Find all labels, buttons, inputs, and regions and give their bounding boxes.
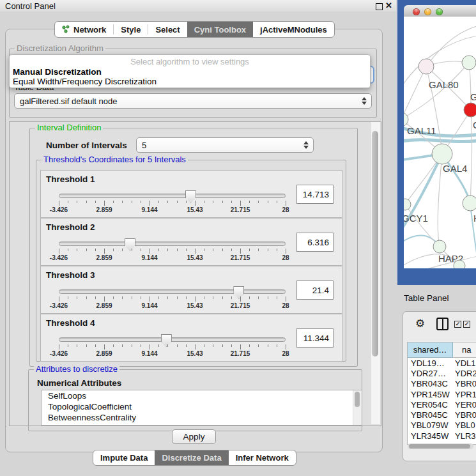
cell-shared-name[interactable]: YBR043C <box>408 379 452 388</box>
list-item[interactable]: TopologicalCoefficient <box>42 401 362 412</box>
threshold-slider-track[interactable] <box>59 194 286 198</box>
cell-name[interactable]: YER0 <box>452 400 476 410</box>
threshold-value-field[interactable]: 14.713 <box>296 185 334 204</box>
network-node-GCY1[interactable] <box>404 199 411 210</box>
tick-mark <box>231 344 232 347</box>
tick-mark <box>167 201 168 203</box>
network-edge <box>404 140 476 142</box>
threshold-value-field[interactable]: 21.4 <box>296 280 334 300</box>
close-light[interactable] <box>413 8 420 15</box>
network-node-H[interactable] <box>463 196 476 211</box>
table-row[interactable]: YBR045CYBR0 <box>408 410 476 420</box>
network-canvas[interactable]: GAL80GCGAL11GAL4GCY1HHAP2 <box>404 17 476 268</box>
network-node-unnamed[interactable] <box>454 260 465 268</box>
threshold-label: Threshold 2 <box>46 222 95 232</box>
tab-impute-data[interactable]: Impute Data <box>93 450 155 465</box>
network-node-GAL4[interactable] <box>432 144 452 164</box>
network-edge <box>470 110 472 203</box>
tick-mark <box>150 296 150 302</box>
tick-mark <box>277 201 277 203</box>
threshold-slider-handle[interactable] <box>161 334 172 347</box>
table-data-dropdown[interactable]: galFiltered.sif default node <box>14 93 372 109</box>
network-node-G[interactable] <box>462 56 476 70</box>
tick-mark <box>186 344 187 347</box>
network-edge <box>404 66 426 119</box>
threshold-slider-handle[interactable] <box>125 238 135 251</box>
list-item[interactable]: BetweennessCentrality <box>42 412 362 423</box>
cell-shared-name[interactable]: YPR145W <box>408 390 452 399</box>
tick-label: 21.715 <box>231 302 250 309</box>
threshold-value-field[interactable]: 11.344 <box>296 328 334 348</box>
threshold-slider-track[interactable] <box>59 337 286 342</box>
checkbox-icon[interactable]: ✓ <box>463 321 470 328</box>
network-node-GAL80[interactable] <box>418 59 434 74</box>
dropdown-option-manual[interactable]: Manual Discretization <box>13 67 102 77</box>
minimize-light[interactable] <box>424 8 431 15</box>
tick-mark <box>204 249 204 251</box>
cell-shared-name[interactable]: YDR27… <box>408 369 452 378</box>
network-node-HAP2[interactable] <box>433 240 446 253</box>
tick-mark <box>86 296 87 299</box>
list-scrollbar[interactable] <box>353 390 362 425</box>
cell-name[interactable]: YDR2 <box>452 369 476 378</box>
checkbox-icon[interactable]: ✓ <box>454 321 461 328</box>
threshold-slider-track[interactable] <box>59 242 286 246</box>
cell-shared-name[interactable]: YBR045C <box>408 410 452 420</box>
table-row[interactable]: YBR043CYBR0 <box>408 379 476 389</box>
table-row[interactable]: YLR345WYLR3 <box>408 431 476 441</box>
tick-mark <box>177 296 178 299</box>
cell-name[interactable]: YBR0 <box>452 379 476 388</box>
scrollbar-thumb[interactable] <box>355 392 360 407</box>
tab-jactivemnodules[interactable]: jActiveMNodules <box>253 22 334 37</box>
table-row[interactable]: YDL19…YDL1 <box>408 358 476 368</box>
tab-cyni-toolbox[interactable]: Cyni Toolbox <box>187 22 253 37</box>
float-window-icon[interactable] <box>376 3 383 10</box>
cell-name[interactable]: YBL0 <box>452 420 476 430</box>
gear-icon[interactable]: ⚙ <box>415 318 425 330</box>
cell-shared-name[interactable]: YER054C <box>408 400 452 410</box>
tab-style[interactable]: Style <box>114 22 148 37</box>
cell-shared-name[interactable]: YLR345W <box>408 431 452 441</box>
cell-shared-name[interactable]: YBL079W <box>408 420 452 430</box>
dropdown-option-equal-width[interactable]: Equal Width/Frequency Discretization <box>13 77 157 86</box>
tick-label: 2.859 <box>96 254 112 261</box>
tick-mark <box>122 201 123 203</box>
cell-name[interactable]: YPR1 <box>452 390 476 399</box>
tick-label: -3.426 <box>50 350 68 357</box>
column-header-shared[interactable]: shared… <box>408 342 453 358</box>
scrollbar-thumb[interactable] <box>409 444 470 449</box>
cell-shared-name[interactable]: YDL19… <box>408 358 452 368</box>
network-node-C[interactable] <box>464 103 476 117</box>
close-icon[interactable]: ✕ <box>385 1 392 10</box>
table-row[interactable]: YER054CYER0 <box>408 399 476 410</box>
cell-name[interactable]: YBR0 <box>452 410 476 420</box>
cell-name[interactable]: YLR3 <box>452 431 476 441</box>
table-row[interactable]: YBL079WYBL0 <box>408 420 476 431</box>
column-header-name[interactable]: na <box>453 342 476 358</box>
scrollbar-thumb[interactable] <box>372 131 378 357</box>
tick-mark <box>249 296 250 299</box>
tab-select[interactable]: Select <box>148 22 187 37</box>
threshold-slider-track[interactable] <box>59 289 286 294</box>
vertical-scrollbar[interactable] <box>370 122 380 424</box>
network-window-titlebar[interactable] <box>404 5 476 17</box>
tick-mark <box>231 249 232 251</box>
tick-label: 21.715 <box>231 254 250 261</box>
split-columns-icon[interactable] <box>436 318 449 330</box>
threshold-slider-handle[interactable] <box>233 286 244 299</box>
horizontal-scrollbar[interactable] <box>408 443 473 449</box>
tab-discretize-data[interactable]: Discretize Data <box>155 450 228 465</box>
apply-button[interactable]: Apply <box>172 429 216 444</box>
tick-label: 28 <box>282 302 289 309</box>
tab-network[interactable]: Network <box>55 22 113 37</box>
zoom-light[interactable] <box>436 8 443 15</box>
tab-infer-network[interactable]: Infer Network <box>229 450 296 465</box>
tick-mark <box>132 296 132 299</box>
table-row[interactable]: YDR27…YDR2 <box>408 368 476 378</box>
cell-name[interactable]: YDL1 <box>452 358 476 368</box>
list-item[interactable]: SelfLoops <box>42 390 362 401</box>
threshold-value-field[interactable]: 6.316 <box>296 233 334 252</box>
num-intervals-dropdown[interactable]: 5 <box>136 137 314 153</box>
table-row[interactable]: YPR145WYPR1 <box>408 389 476 399</box>
tick-label: 28 <box>282 350 289 357</box>
